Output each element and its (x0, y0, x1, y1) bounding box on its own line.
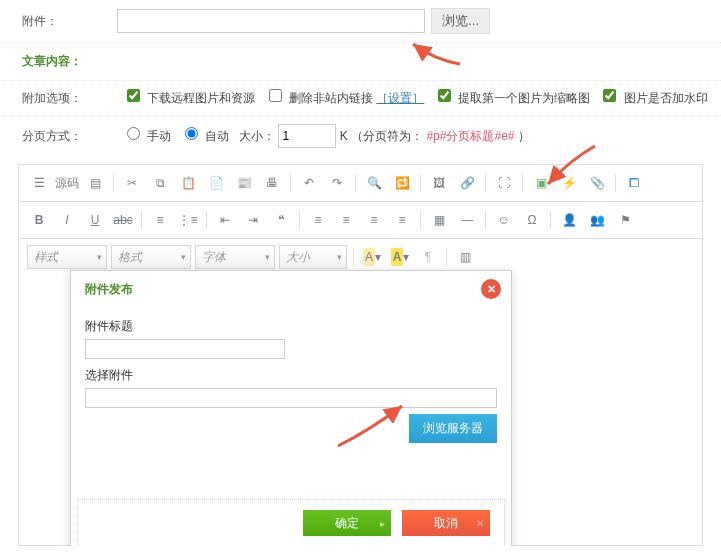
cb-watermark-label: 图片是否加水印 (624, 91, 708, 105)
image-icon[interactable]: 🖼 (427, 171, 451, 195)
undo-icon[interactable]: ↶ (297, 171, 321, 195)
link-icon[interactable]: 🔗 (455, 171, 479, 195)
paste-text-icon[interactable]: 📄 (204, 171, 228, 195)
textcolor-icon[interactable]: A▾ (360, 245, 384, 269)
attachment-input[interactable] (117, 9, 425, 33)
media-icon[interactable]: ▣ (529, 171, 553, 195)
paste-icon[interactable]: 📋 (176, 171, 200, 195)
hr-icon[interactable]: — (455, 208, 479, 232)
user1-icon[interactable]: 👤 (557, 208, 581, 232)
sep-marker: #p#分页标题#e# (426, 129, 514, 143)
cb-dl-remote-label: 下载远程图片和资源 (147, 91, 255, 105)
size-combo[interactable]: 大小 (279, 245, 347, 269)
cb-rm-ext-link-label: 删除非站内链接 (289, 91, 373, 105)
font-combo[interactable]: 字体 (195, 245, 275, 269)
attachment-label: 附件： (0, 13, 117, 30)
cut-icon[interactable]: ✂ (120, 171, 144, 195)
sep-label: （分页符为： (351, 129, 423, 143)
indent-icon[interactable]: ⇥ (241, 208, 265, 232)
replace-icon[interactable]: 🔁 (390, 171, 414, 195)
dlg-title-label: 附件标题 (85, 318, 497, 335)
radio-manual[interactable] (127, 127, 140, 140)
close-icon[interactable]: ✕ (481, 279, 501, 299)
source-icon[interactable]: ☰ (27, 171, 51, 195)
code-icon[interactable]: ⧠ (622, 171, 646, 195)
align-right-icon[interactable]: ≡ (362, 208, 386, 232)
find-icon[interactable]: 🔍 (362, 171, 386, 195)
cancel-button[interactable]: 取消✕ (402, 510, 490, 536)
options-label: 附加选项： (0, 90, 117, 107)
flag-icon[interactable]: ⚑ (613, 208, 637, 232)
settings-link[interactable]: ［设置］ (376, 91, 424, 105)
cb-watermark[interactable] (603, 89, 616, 102)
ul-icon[interactable]: ⋮≡ (176, 208, 200, 232)
radio-manual-label: 手动 (147, 129, 171, 143)
quote-icon[interactable]: ❝ (269, 208, 293, 232)
align-center-icon[interactable]: ≡ (334, 208, 358, 232)
dlg-select-label: 选择附件 (85, 367, 497, 384)
sep-close: ） (518, 129, 530, 143)
symbol-icon[interactable]: Ω (520, 208, 544, 232)
content-section-title: 文章内容： (0, 43, 721, 81)
preview-icon[interactable]: ▤ (83, 171, 107, 195)
radio-auto-label: 自动 (205, 129, 229, 143)
style-combo[interactable]: 样式 (27, 245, 107, 269)
browse-button[interactable]: 浏览... (431, 8, 490, 34)
source-label[interactable]: 源码 (55, 175, 79, 192)
clear-format-icon[interactable]: ¶ (416, 245, 440, 269)
emoji-icon[interactable]: ☺ (492, 208, 516, 232)
paste-word-icon[interactable]: 📰 (232, 171, 256, 195)
ol-icon[interactable]: ≡ (148, 208, 172, 232)
redo-icon[interactable]: ↷ (325, 171, 349, 195)
fullscreen-icon[interactable]: ⛶ (492, 171, 516, 195)
print-icon[interactable]: 🖶 (260, 171, 284, 195)
attach-icon[interactable]: 📎 (585, 171, 609, 195)
paging-label: 分页方式： (0, 128, 117, 145)
dlg-title-input[interactable] (85, 339, 285, 359)
cb-first-thumb-label: 提取第一个图片为缩略图 (458, 91, 590, 105)
template-icon[interactable]: ▥ (453, 245, 477, 269)
format-combo[interactable]: 格式 (111, 245, 191, 269)
align-justify-icon[interactable]: ≡ (390, 208, 414, 232)
size-label: 大小： (239, 129, 275, 143)
size-input[interactable] (278, 124, 336, 148)
cb-dl-remote[interactable] (127, 89, 140, 102)
radio-auto[interactable] (185, 127, 198, 140)
dlg-path-input[interactable] (85, 388, 497, 408)
align-left-icon[interactable]: ≡ (306, 208, 330, 232)
ok-button[interactable]: 确定▸ (303, 510, 391, 536)
bold-icon[interactable]: B (27, 208, 51, 232)
size-unit: K (340, 129, 348, 143)
outdent-icon[interactable]: ⇤ (213, 208, 237, 232)
flash-icon[interactable]: ⚡ (557, 171, 581, 195)
dialog-title: 附件发布 (85, 282, 133, 296)
cb-rm-ext-link[interactable] (269, 89, 282, 102)
table-icon[interactable]: ▦ (427, 208, 451, 232)
bgcolor-icon[interactable]: A▾ (388, 245, 412, 269)
underline-icon[interactable]: U (83, 208, 107, 232)
copy-icon[interactable]: ⧉ (148, 171, 172, 195)
user2-icon[interactable]: 👥 (585, 208, 609, 232)
italic-icon[interactable]: I (55, 208, 79, 232)
browse-server-button[interactable]: 浏览服务器 (409, 414, 497, 443)
cb-first-thumb[interactable] (438, 89, 451, 102)
strike-icon[interactable]: abc (111, 208, 135, 232)
attachment-dialog: 附件发布 ✕ 附件标题 选择附件 浏览服务器 确定▸ 取消✕ (70, 270, 512, 546)
